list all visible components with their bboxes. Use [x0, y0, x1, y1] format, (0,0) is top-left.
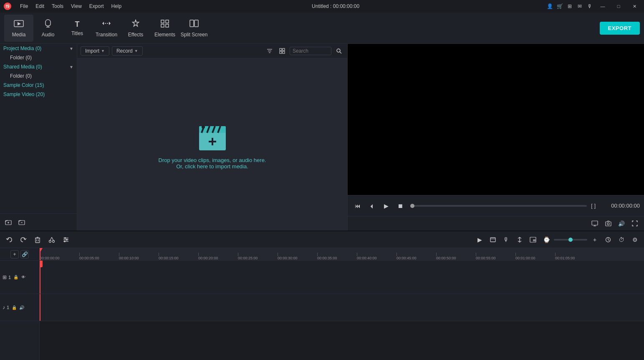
grid-view-button[interactable]	[277, 46, 287, 56]
toolbar-splitscreen[interactable]: Split Screen	[179, 15, 209, 42]
screen-size-button[interactable]	[590, 218, 600, 228]
redo-button[interactable]	[18, 234, 29, 246]
menu-file[interactable]: File	[17, 3, 31, 10]
effects-icon	[131, 19, 141, 30]
media-drop-area[interactable]: Drop your video clips, images, or audio …	[77, 58, 347, 231]
add-track-button[interactable]: +	[10, 250, 19, 259]
step-back-button[interactable]: ⏴	[366, 200, 378, 212]
transition-icon	[101, 19, 111, 30]
ruler-mark: 00:01:05:00	[555, 253, 575, 260]
svg-rect-37	[592, 221, 598, 225]
filter-button[interactable]	[265, 46, 275, 56]
mail-icon[interactable]: ✉	[576, 3, 583, 10]
record-label: Record	[116, 48, 133, 54]
titles-icon: T	[75, 20, 80, 29]
menu-view[interactable]: View	[68, 3, 85, 10]
add-folder-button[interactable]	[3, 217, 13, 227]
export-button[interactable]: EXPORT	[600, 22, 640, 35]
menu-tools[interactable]: Tools	[48, 3, 67, 10]
svg-rect-8	[161, 20, 164, 23]
shared-media-item[interactable]: Shared Media (0) ▼	[0, 62, 77, 71]
record-button[interactable]: Record ▼	[112, 46, 143, 56]
svg-line-50	[52, 237, 53, 241]
project-media-item[interactable]: Project Media (0) ▼	[0, 44, 77, 53]
layout-icon[interactable]: ⊞	[566, 3, 573, 10]
frame-rate-button[interactable]	[602, 234, 614, 246]
settings-button[interactable]: ⚙	[629, 234, 641, 246]
toolbar-elements[interactable]: Elements	[150, 15, 179, 42]
timeline-ruler[interactable]: 00:00:00:00 00:00:05:00 00:00:10:00 00:0…	[40, 248, 644, 261]
toolbar-audio[interactable]: Audio	[33, 15, 63, 42]
sample-video-item[interactable]: Sample Video (20)	[0, 90, 77, 99]
menu-export[interactable]: Export	[86, 3, 107, 10]
svg-point-34	[202, 125, 205, 129]
playback-speed-button[interactable]: ⌚	[540, 234, 552, 246]
video-track-header: ⊞ 1 🔒 👁	[0, 261, 39, 294]
audio-track-lock[interactable]: 🔒	[11, 304, 18, 311]
menu-edit[interactable]: Edit	[32, 3, 48, 10]
svg-rect-23	[283, 48, 285, 51]
play-button[interactable]: ▶	[380, 200, 392, 212]
toolbar-effects[interactable]: Effects	[121, 15, 150, 42]
import-label: Import	[85, 48, 99, 54]
svg-marker-3	[18, 22, 21, 25]
video-track-visibility[interactable]: 👁	[20, 274, 27, 281]
link-button[interactable]: 🔗	[20, 250, 29, 259]
import-button[interactable]: Import ▼	[81, 46, 109, 56]
rewind-button[interactable]: ⏮	[352, 200, 364, 212]
sample-color-item[interactable]: Sample Color (15)	[0, 81, 77, 90]
snapshot-button[interactable]	[603, 218, 613, 228]
toolbar-titles[interactable]: T Titles	[63, 15, 92, 42]
track-headers: + 🔗 ⊞ 1 🔒 👁 ♪ 1 🔒 🔊	[0, 248, 40, 360]
project-folder-label: Folder (0)	[10, 55, 32, 61]
maximize-button[interactable]: □	[612, 2, 625, 10]
toolbar-media[interactable]: Media	[4, 15, 33, 42]
cart-icon[interactable]: 🛒	[556, 3, 563, 10]
video-track-lane[interactable]	[40, 261, 644, 294]
svg-point-26	[337, 49, 340, 52]
video-track-lock[interactable]: 🔒	[13, 274, 19, 281]
svg-rect-42	[35, 238, 40, 243]
speedometer-button[interactable]: ⏱	[616, 234, 627, 246]
stop-button[interactable]: ⏹	[394, 200, 406, 212]
snap-button[interactable]	[514, 234, 525, 246]
render-button[interactable]: ▶	[474, 234, 485, 246]
svg-rect-10	[161, 24, 164, 27]
app-logo: f9	[3, 2, 12, 10]
main-content: Project Media (0) ▼ Folder (0) Shared Me…	[0, 44, 644, 231]
preview-progress-bar[interactable]	[410, 205, 587, 207]
zoom-in-button[interactable]: +	[589, 234, 601, 246]
search-button[interactable]	[334, 46, 344, 56]
search-input[interactable]	[290, 47, 331, 55]
zoom-slider[interactable]	[554, 239, 587, 241]
svg-point-48	[53, 240, 55, 242]
delete-button[interactable]	[32, 234, 43, 246]
fullscreen-button[interactable]	[630, 218, 640, 228]
pip-button[interactable]	[527, 234, 539, 246]
adjust-button[interactable]	[60, 234, 72, 246]
account-icon[interactable]: 👤	[546, 3, 553, 10]
titles-label: Titles	[71, 30, 83, 36]
menu-help[interactable]: Help	[108, 3, 125, 10]
out-mark[interactable]: ]	[594, 203, 596, 209]
progress-handle[interactable]	[410, 204, 414, 208]
clip-button[interactable]	[487, 234, 499, 246]
close-button[interactable]: ✕	[628, 2, 641, 10]
delete-folder-button[interactable]	[17, 217, 27, 227]
timeline-toolbar: ▶ 🎙 ⌚	[0, 231, 644, 248]
project-folder-item[interactable]: Folder (0)	[0, 53, 77, 62]
minimize-button[interactable]: —	[596, 2, 609, 10]
in-mark[interactable]: [	[591, 203, 592, 209]
mic-icon[interactable]: 🎙	[586, 3, 593, 10]
shared-folder-item[interactable]: Folder (0)	[0, 71, 77, 81]
playhead-notch	[40, 261, 43, 267]
audio-track-mute[interactable]: 🔊	[18, 304, 25, 311]
ruler-mark: 00:00:05:00	[79, 253, 99, 260]
voiceover-button[interactable]: 🎙	[500, 234, 512, 246]
splitscreen-icon	[189, 19, 199, 30]
audio-track-lane[interactable]	[40, 294, 644, 321]
undo-button[interactable]	[3, 234, 15, 246]
cut-button[interactable]	[46, 234, 58, 246]
volume-button[interactable]: 🔊	[616, 218, 626, 228]
toolbar-transition[interactable]: Transition	[92, 15, 121, 42]
